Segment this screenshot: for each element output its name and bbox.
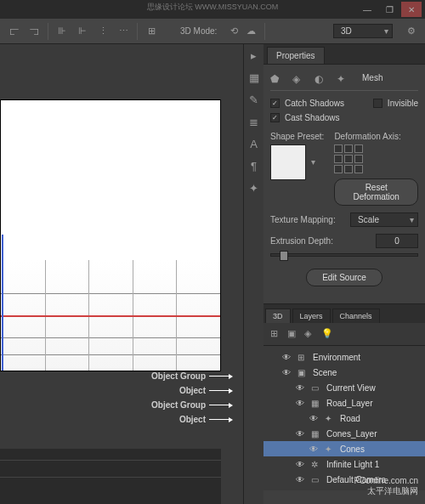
cap-mode-icon[interactable]: ◐ [314, 73, 328, 87]
grid-icon[interactable]: ⊞ [144, 25, 158, 38]
distribute-icon[interactable]: ⊪ [55, 25, 69, 38]
coord-mode-icon[interactable]: ✦ [337, 73, 350, 87]
tool-icon[interactable]: ✦ [246, 182, 262, 197]
right-panels: Properties ⬟ ◈ ◐ ✦ Mesh ✓ Catch Shadows … [264, 44, 425, 504]
filter-light-icon[interactable]: 💡 [321, 328, 333, 340]
visibility-icon[interactable]: 👁 [296, 399, 308, 408]
tab-properties[interactable]: Properties [267, 47, 325, 64]
item-type-icon: ⊞ [298, 353, 309, 362]
tree-item-label: Infinite Light 1 [326, 460, 379, 469]
extrusion-depth-label: Extrusion Depth: [270, 236, 371, 246]
watermark: PConline.com.cn 太平洋电脑网 [354, 476, 418, 497]
distribute-icon[interactable]: ⋯ [116, 25, 130, 38]
swatches-icon[interactable]: ▦ [246, 71, 262, 87]
view-dropdown[interactable]: 3D [333, 24, 393, 38]
layers-icon[interactable]: ≣ [246, 116, 262, 131]
visibility-icon[interactable]: 👁 [296, 460, 308, 469]
mode-label: 3D Mode: [180, 26, 217, 36]
tree-row[interactable]: 👁✦Cones [264, 441, 425, 456]
tab-3d[interactable]: 3D [265, 309, 291, 323]
filter-mesh-icon[interactable]: ▣ [287, 328, 299, 340]
reset-deformation-button[interactable]: Reset Deformation [334, 178, 418, 206]
tree-item-label: Cones_Layer [326, 429, 377, 439]
invisible-checkbox[interactable] [373, 99, 382, 108]
align-icon[interactable]: ⫎ [27, 25, 41, 38]
visibility-icon[interactable]: 👁 [309, 414, 321, 423]
item-type-icon: ✦ [325, 445, 337, 454]
properties-tabs: Properties [264, 44, 425, 65]
tree-item-label: Scene [313, 368, 337, 377]
tree-item-label: Environment [313, 353, 360, 362]
tree-row[interactable]: 👁▭Current View [264, 380, 425, 395]
cast-shadows-checkbox[interactable]: ✓ [270, 113, 280, 122]
axis-grid[interactable] [334, 144, 418, 173]
close-button[interactable]: ✕ [401, 2, 422, 17]
orbit-icon[interactable]: ⟲ [227, 25, 241, 38]
texture-mapping-label: Texture Mapping: [270, 215, 345, 224]
collapse-icon[interactable]: ▸ [246, 49, 262, 65]
visibility-icon[interactable]: 👁 [296, 383, 308, 393]
y-axis-gizmo[interactable] [2, 235, 3, 371]
extrusion-slider[interactable] [270, 253, 418, 257]
extrusion-depth-field[interactable]: 0 [376, 234, 418, 248]
mesh-mode-icon[interactable]: ⬟ [270, 73, 284, 87]
visibility-icon[interactable]: 👁 [282, 368, 294, 377]
watermark-top: 思缘设计论坛 WWW.MISSYUAN.COM [147, 2, 279, 13]
type-icon[interactable]: A [246, 138, 262, 153]
item-type-icon: ▭ [311, 475, 323, 484]
mesh-label: Mesh [362, 73, 382, 87]
cast-shadows-label: Cast Shadows [285, 113, 339, 122]
settings-icon[interactable]: ⚙ [405, 25, 418, 38]
x-axis-gizmo[interactable] [1, 315, 220, 317]
item-type-icon: ▦ [311, 399, 323, 408]
3d-tree: 👁⊞Environment👁▣Scene👁▭Current View👁▦Road… [264, 346, 425, 490]
tree-row[interactable]: 👁▣Scene [264, 365, 425, 380]
item-type-icon: ✦ [325, 414, 337, 423]
item-type-icon: ▦ [311, 429, 323, 439]
align-icon[interactable]: ⫍ [7, 25, 20, 38]
3d-panel: 3D Layers Channels ⊞ ▣ ◈ 💡 👁⊞Environment… [264, 303, 425, 490]
visibility-icon[interactable]: 👁 [309, 445, 321, 454]
tree-item-label: Road [340, 414, 360, 423]
tree-item-label: Current View [326, 383, 376, 393]
tab-layers[interactable]: Layers [292, 309, 331, 323]
document-canvas[interactable] [0, 99, 221, 371]
tree-row[interactable]: 👁✲Infinite Light 1 [264, 456, 425, 472]
edit-source-button[interactable]: Edit Source [306, 269, 382, 286]
tree-row[interactable]: 👁▦Cones_Layer [264, 426, 425, 441]
brush-icon[interactable]: ✎ [246, 93, 262, 109]
minimize-button[interactable]: — [357, 2, 377, 17]
item-type-icon: ▣ [298, 368, 309, 377]
cloud-icon[interactable]: ☁ [244, 25, 258, 38]
options-bar: ⫍ ⫎ ⊪ ⊩ ⋮ ⋯ ⊞ 3D Mode: ⟲ ☁ 3D ⚙ [0, 19, 425, 44]
tree-row[interactable]: 👁⊞Environment [264, 349, 425, 365]
item-type-icon: ✲ [311, 460, 323, 469]
tree-item-label: Cones [340, 445, 365, 454]
deform-mode-icon[interactable]: ◈ [292, 73, 306, 87]
filter-scene-icon[interactable]: ⊞ [270, 328, 282, 340]
tree-row[interactable]: 👁▦Road_Layer [264, 395, 425, 411]
distribute-icon[interactable]: ⊩ [76, 25, 89, 38]
visibility-icon[interactable]: 👁 [296, 475, 308, 484]
tab-channels[interactable]: Channels [332, 309, 380, 323]
catch-shadows-checkbox[interactable]: ✓ [270, 99, 280, 108]
deformation-axis-label: Deformation Axis: [334, 132, 418, 141]
texture-mapping-dropdown[interactable]: Scale [350, 212, 418, 227]
catch-shadows-label: Catch Shadows [285, 99, 344, 108]
item-type-icon: ▭ [311, 383, 323, 393]
3d-filter-bar: ⊞ ▣ ◈ 💡 [264, 323, 425, 346]
maximize-button[interactable]: ❐ [379, 2, 400, 17]
tree-item-label: Road_Layer [326, 399, 372, 408]
tree-row[interactable]: 👁✦Road [264, 411, 425, 426]
invisible-label: Invisible [388, 99, 418, 108]
shape-preset-picker[interactable] [270, 144, 306, 180]
vertical-toolbar: ▸ ▦ ✎ ≣ A ¶ ✦ [243, 44, 264, 504]
visibility-icon[interactable]: 👁 [282, 353, 294, 362]
canvas-area[interactable] [0, 44, 243, 504]
visibility-icon[interactable]: 👁 [296, 429, 308, 439]
distribute-icon[interactable]: ⋮ [96, 25, 110, 38]
paragraph-icon[interactable]: ¶ [246, 160, 262, 175]
filter-material-icon[interactable]: ◈ [304, 328, 316, 340]
shape-preset-label: Shape Preset: [270, 132, 324, 141]
properties-panel: ⬟ ◈ ◐ ✦ Mesh ✓ Catch Shadows Invisible ✓… [264, 65, 425, 303]
